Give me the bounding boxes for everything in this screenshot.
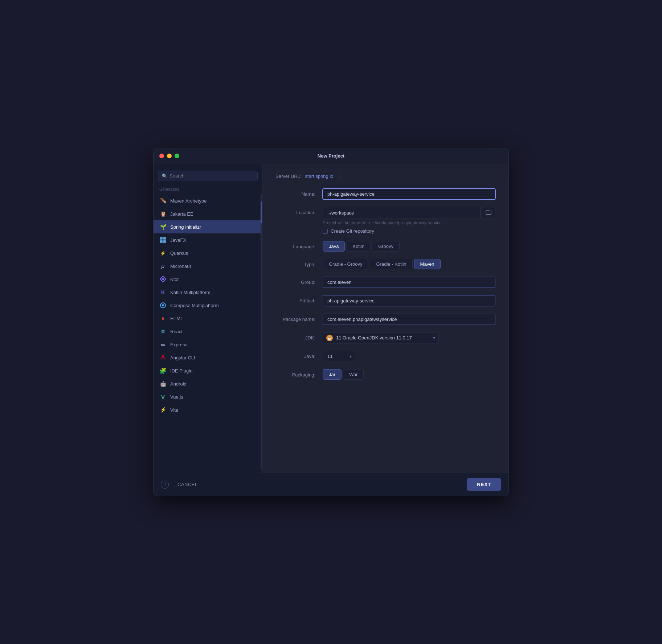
location-input[interactable] (323, 207, 481, 219)
sidebar-item-react[interactable]: ⚛ React (154, 325, 262, 338)
help-button[interactable]: ? (161, 481, 169, 489)
sidebar-item-micronaut[interactable]: μ Micronaut (154, 260, 262, 273)
ktor-icon (159, 276, 167, 283)
location-control: Project will be created in: ~/workspace/… (323, 207, 495, 234)
kotlin-multiplatform-icon: K (159, 289, 167, 296)
search-box: 🔍 (158, 171, 258, 181)
type-gradle-groovy-button[interactable]: Gradle - Groovy (323, 259, 368, 269)
language-kotlin-button[interactable]: Kotlin (346, 241, 371, 252)
svg-rect-1 (163, 237, 166, 240)
group-input[interactable] (323, 277, 495, 288)
language-label: Language: (275, 241, 315, 249)
svg-rect-0 (160, 237, 163, 240)
packaging-button-group: Jar War (323, 369, 495, 380)
more-options-icon[interactable]: ⋮ (337, 173, 343, 180)
language-button-group: Java Kotlin Groovy (323, 241, 495, 252)
svg-rect-3 (163, 240, 166, 243)
type-row: Type: Gradle - Groovy Gradle - Kotlin Ma… (275, 259, 495, 269)
sidebar-item-javafx[interactable]: JavaFX (154, 233, 262, 246)
vuejs-icon: V (159, 393, 167, 400)
sidebar-item-label: Jakarta EE (170, 211, 193, 217)
ide-plugin-icon: 🧩 (159, 367, 167, 374)
sidebar-item-vuejs[interactable]: V Vue.js (154, 390, 262, 403)
cancel-button[interactable]: CANCEL (173, 480, 202, 489)
language-control: Java Kotlin Groovy (323, 241, 495, 252)
language-java-button[interactable]: Java (323, 241, 345, 252)
next-button[interactable]: NEXT (467, 478, 501, 491)
name-control (323, 188, 495, 200)
sidebar-item-jakarta-ee[interactable]: 🦉 Jakarta EE (154, 207, 262, 220)
java-select[interactable]: 11 17 21 (323, 351, 355, 362)
svg-rect-2 (160, 240, 163, 243)
sidebar-item-label: Micronaut (170, 264, 191, 269)
packaging-control: Jar War (323, 369, 495, 380)
name-label: Name: (275, 188, 315, 197)
packaging-jar-button[interactable]: Jar (323, 369, 342, 380)
artifact-row: Artifact: (275, 295, 495, 306)
server-url-label: Server URL: (275, 174, 302, 179)
maximize-button[interactable] (175, 154, 179, 158)
packaging-war-button[interactable]: War (343, 369, 364, 380)
sidebar-item-label: Kotlin Multiplatform (170, 290, 211, 295)
search-container: 🔍 (154, 168, 262, 186)
minimize-button[interactable] (167, 154, 172, 158)
new-project-window: New Project 🔍 Generators 🪶 Maven Archety… (153, 148, 509, 496)
sidebar-item-express[interactable]: ex Express (154, 338, 262, 351)
type-maven-button[interactable]: Maven (414, 259, 441, 269)
sidebar-item-label: Vite (170, 407, 178, 413)
group-label: Group: (275, 277, 315, 285)
sidebar-item-kotlin-multiplatform[interactable]: K Kotlin Multiplatform (154, 286, 262, 299)
main-panel: Server URL: start.spring.io ⋮ Name: Loca… (262, 164, 508, 473)
sidebar-item-html[interactable]: 5 HTML (154, 312, 262, 325)
location-label: Location: (275, 207, 315, 215)
sidebar-item-angular-cli[interactable]: A Angular CLI (154, 351, 262, 364)
location-row: Location: Project will be created in: ~/… (275, 207, 495, 234)
name-input[interactable] (323, 188, 495, 200)
sidebar-item-label: Angular CLI (170, 355, 195, 360)
generators-label: Generators (154, 186, 262, 194)
search-input[interactable] (169, 173, 254, 179)
react-icon: ⚛ (159, 328, 167, 335)
sidebar-item-label: HTML (170, 316, 183, 321)
sidebar-item-android[interactable]: 🤖 Android (154, 377, 262, 390)
maven-archetype-icon: 🪶 (159, 197, 167, 204)
sidebar-item-compose-multiplatform[interactable]: Compose Multiplatform (154, 299, 262, 312)
jdk-label: JDK: (275, 332, 315, 341)
group-control (323, 277, 495, 288)
java-label: Java: (275, 351, 315, 359)
java-select-wrapper: 11 17 21 (323, 351, 355, 362)
sidebar-item-vite[interactable]: ⚡ Vite (154, 403, 262, 416)
titlebar: New Project (154, 148, 508, 164)
packaging-row: Packaging: Jar War (275, 369, 495, 380)
jdk-select[interactable]: 11 Oracle OpenJDK version 11.0.17 (323, 332, 439, 343)
sidebar-item-label: Compose Multiplatform (170, 303, 219, 308)
quarkus-icon: ⚡ (159, 249, 167, 257)
artifact-input[interactable] (323, 295, 495, 306)
create-git-checkbox[interactable] (323, 229, 328, 234)
close-button[interactable] (159, 154, 164, 158)
java-row: Java: 11 17 21 (275, 351, 495, 362)
sidebar-item-maven-archetype[interactable]: 🪶 Maven Archetype (154, 194, 262, 207)
create-git-label: Create Git repository (331, 228, 374, 234)
sidebar-item-ide-plugin[interactable]: 🧩 IDE Plugin (154, 364, 262, 377)
package-name-input[interactable] (323, 314, 495, 325)
type-button-group: Gradle - Groovy Gradle - Kotlin Maven (323, 259, 495, 269)
svg-marker-5 (162, 278, 164, 281)
sidebar-item-quarkus[interactable]: ⚡ Quarkus (154, 246, 262, 260)
window-title: New Project (318, 153, 344, 159)
server-url-link[interactable]: start.spring.io (305, 174, 334, 179)
package-name-control (323, 314, 495, 325)
android-icon: 🤖 (159, 380, 167, 387)
sidebar-item-label: Android (170, 381, 187, 387)
compose-multiplatform-icon (159, 302, 167, 309)
name-row: Name: (275, 188, 495, 200)
language-groovy-button[interactable]: Groovy (372, 241, 400, 252)
type-gradle-kotlin-button[interactable]: Gradle - Kotlin (370, 259, 412, 269)
footer: ? CANCEL NEXT (154, 473, 508, 496)
svg-point-7 (162, 304, 164, 306)
package-name-label: Package name: (275, 314, 315, 322)
sidebar-item-spring-initializr[interactable]: 🌱 Spring Initializr (154, 220, 262, 233)
language-row: Language: Java Kotlin Groovy (275, 241, 495, 252)
folder-browse-button[interactable] (482, 207, 495, 219)
sidebar-item-ktor[interactable]: Ktor (154, 273, 262, 286)
